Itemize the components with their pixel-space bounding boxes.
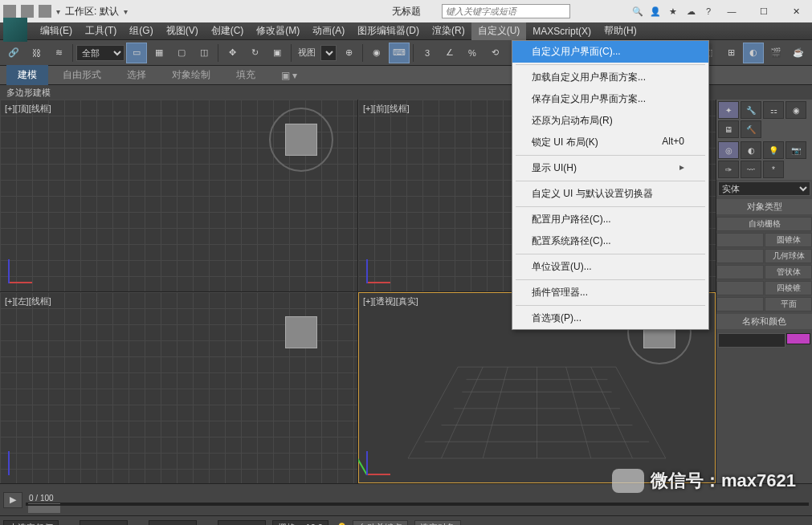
chevron-down-icon[interactable]: ▾ — [56, 7, 60, 16]
create-tab-icon[interactable]: ✦ — [718, 101, 739, 119]
schematic-icon[interactable]: ⊞ — [720, 43, 741, 63]
scale-icon[interactable]: ▣ — [267, 43, 288, 63]
primitive-button[interactable] — [716, 265, 764, 279]
ribbon-tab-selection[interactable]: 选择 — [116, 65, 157, 85]
viewcube[interactable] — [277, 308, 325, 356]
menu-edit[interactable]: 编辑(E) — [34, 22, 79, 40]
helpers-icon[interactable]: ✑ — [718, 161, 739, 178]
menu-create[interactable]: 创建(C) — [205, 22, 251, 40]
geometry-icon[interactable]: ◎ — [718, 141, 739, 159]
menu-show-ui[interactable]: 显示 UI(H)▸ — [512, 157, 708, 179]
material-editor-icon[interactable]: ◐ — [743, 43, 764, 63]
unlink-icon[interactable]: ⛓ — [26, 43, 47, 63]
signin-icon[interactable]: 👤 — [648, 4, 663, 18]
menu-load-ui-scheme[interactable]: 加载自定义用户界面方案... — [512, 67, 708, 88]
chevron-down-icon[interactable]: ▾ — [124, 7, 128, 16]
link-icon[interactable]: 🔗 — [3, 43, 24, 63]
hierarchy-tab-icon[interactable]: ⚏ — [763, 101, 784, 119]
ribbon-tab-modeling[interactable]: 建模 — [6, 65, 48, 85]
select-icon[interactable]: ▭ — [126, 43, 147, 63]
maximize-button[interactable]: ☐ — [748, 0, 780, 22]
rect-select-icon[interactable]: ▢ — [171, 43, 192, 63]
motion-tab-icon[interactable]: ◉ — [785, 101, 806, 119]
search-input[interactable] — [442, 4, 570, 18]
cameras-icon[interactable]: 📷 — [785, 141, 806, 159]
selected-objects-button[interactable]: 选定对象 — [414, 520, 461, 525]
redo-icon[interactable] — [39, 5, 51, 18]
rotate-icon[interactable]: ↻ — [244, 43, 265, 63]
menu-preferences[interactable]: 首选项(P)... — [512, 307, 708, 329]
primitive-geosphere[interactable]: 几何球体 — [765, 249, 812, 263]
menu-customize-ui[interactable]: 自定义用户界面(C)... — [512, 41, 708, 63]
lights-icon[interactable]: 💡 — [763, 141, 784, 159]
primitive-button[interactable] — [716, 297, 764, 311]
object-name-input[interactable] — [718, 333, 785, 348]
menu-tools[interactable]: 工具(T) — [79, 22, 123, 40]
ribbon-tab-populate[interactable]: 填充 — [225, 65, 267, 85]
menu-lock-ui-layout[interactable]: 锁定 UI 布局(K)Alt+0 — [512, 132, 708, 153]
menu-graph-editors[interactable]: 图形编辑器(D) — [351, 22, 426, 40]
object-color-swatch[interactable] — [786, 333, 810, 344]
app-logo[interactable] — [3, 18, 27, 42]
viewport-top[interactable]: [+][顶][线框] — [0, 100, 357, 291]
viewcube[interactable] — [277, 116, 325, 164]
menu-rendering[interactable]: 渲染(R) — [426, 22, 471, 40]
save-icon[interactable] — [3, 5, 16, 18]
ribbon-tab-object-paint[interactable]: 对象绘制 — [161, 65, 222, 85]
menu-animation[interactable]: 动画(A) — [306, 22, 351, 40]
undo-icon[interactable] — [21, 5, 34, 18]
menu-custom-defaults[interactable]: 自定义 UI 与默认设置切换器 — [512, 183, 708, 205]
primitive-pyramid[interactable]: 四棱锥 — [765, 281, 812, 295]
star-icon[interactable]: ★ — [666, 4, 680, 18]
snap-icon[interactable]: 3 — [417, 43, 438, 63]
close-button[interactable]: ✕ — [780, 0, 812, 22]
menu-views[interactable]: 视图(V) — [160, 22, 205, 40]
search-icon[interactable]: 🔍 — [630, 4, 645, 18]
viewport-left[interactable]: [+][左][线框] — [0, 292, 357, 484]
menu-customize[interactable]: 自定义(U) — [471, 22, 527, 40]
pivot-icon[interactable]: ⊕ — [338, 43, 359, 63]
primitive-plane[interactable]: 平面 — [765, 297, 812, 311]
shapes-icon[interactable]: ◐ — [741, 141, 761, 159]
ribbon-tab-freeform[interactable]: 自由形式 — [51, 65, 112, 85]
primitive-tube[interactable]: 管状体 — [765, 265, 812, 279]
window-crossing-icon[interactable]: ◫ — [194, 43, 214, 63]
display-tab-icon[interactable]: 🖥 — [718, 120, 739, 138]
spacewarps-icon[interactable]: 〰 — [741, 161, 761, 178]
utilities-tab-icon[interactable]: 🔨 — [741, 120, 761, 138]
angle-snap-icon[interactable]: ∠ — [439, 43, 460, 63]
help-icon[interactable]: ? — [701, 4, 716, 18]
menu-configure-system-paths[interactable]: 配置系统路径(C)... — [512, 230, 708, 252]
percent-snap-icon[interactable]: % — [462, 43, 483, 63]
play-icon[interactable]: ▶ — [3, 492, 22, 508]
menu-configure-user-paths[interactable]: 配置用户路径(C)... — [512, 209, 708, 230]
primitive-button[interactable] — [716, 249, 764, 263]
track-bar[interactable] — [26, 504, 809, 506]
modify-tab-icon[interactable]: 🔧 — [741, 101, 761, 119]
render-setup-icon[interactable]: 🎬 — [765, 43, 786, 63]
x-input[interactable] — [80, 520, 128, 525]
autokey-button[interactable]: 自动关键点 — [353, 520, 408, 525]
primitive-cone[interactable]: 圆锥体 — [765, 233, 812, 247]
workspace-label[interactable]: 工作区: 默认 — [65, 5, 119, 18]
menu-units-setup[interactable]: 单位设置(U)... — [512, 256, 708, 278]
spinner-snap-icon[interactable]: ⟲ — [484, 43, 505, 63]
manipulate-icon[interactable]: ◉ — [366, 43, 387, 63]
y-input[interactable] — [149, 520, 197, 525]
subcategory-select[interactable]: 实体 — [718, 181, 810, 196]
menu-group[interactable]: 组(G) — [123, 22, 159, 40]
name-color-header[interactable]: 名称和颜色 — [716, 314, 812, 329]
menu-revert-startup-layout[interactable]: 还原为启动布局(R) — [512, 110, 708, 132]
render-icon[interactable]: ☕ — [788, 43, 809, 63]
menu-plugin-manager[interactable]: 插件管理器... — [512, 282, 708, 303]
primitive-button[interactable] — [716, 281, 764, 295]
exchange-icon[interactable]: ☁ — [683, 4, 698, 18]
primitive-button[interactable] — [716, 233, 764, 247]
keyboard-shortcut-icon[interactable]: ⌨ — [389, 43, 410, 63]
menu-help[interactable]: 帮助(H) — [598, 22, 643, 40]
bind-icon[interactable]: ≋ — [48, 43, 69, 63]
minimize-button[interactable]: — — [716, 0, 748, 22]
systems-icon[interactable]: * — [763, 161, 784, 178]
autogrid-checkbox[interactable]: 自动栅格 — [716, 217, 812, 231]
coord-system-select[interactable] — [320, 45, 337, 61]
